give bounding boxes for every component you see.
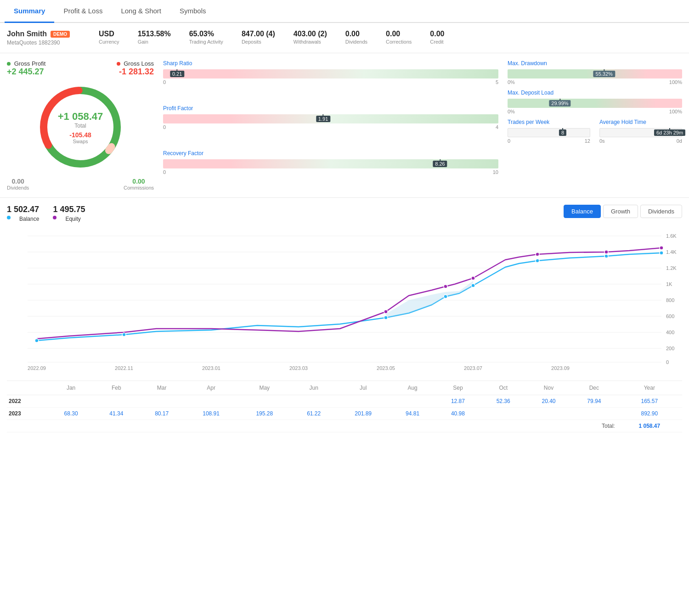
dividends-value: 0.00 — [7, 178, 29, 185]
svg-point-40 — [471, 276, 475, 280]
main-content: Gross Profit +2 445.27 Gross Loss -1 281… — [0, 53, 689, 198]
stat-trading-activity: 65.03% Trading Activity — [189, 30, 223, 45]
max-deposit-load-marker: 29.99% — [560, 99, 582, 108]
tab-long-short[interactable]: Long & Short — [112, 0, 170, 23]
max-deposit-load-title: Max. Deposit Load — [508, 90, 682, 96]
avg-hold-time-title: Average Hold Time — [599, 119, 682, 125]
svg-text:200: 200 — [666, 346, 674, 351]
chart-equity-value: 1 495.75 — [53, 205, 85, 214]
stat-currency-label: Currency — [99, 39, 119, 45]
chart-equity-item: 1 495.75 Equity — [53, 205, 85, 222]
2022-feb — [94, 395, 139, 408]
monthly-table-grid: Jan Feb Mar Apr May Jun Jul Aug Sep Oct … — [7, 381, 682, 432]
svg-marker-29 — [386, 281, 473, 318]
svg-point-33 — [536, 259, 539, 263]
chart-btn-balance[interactable]: Balance — [564, 205, 601, 218]
col-oct: Oct — [480, 381, 526, 395]
stat-credit: 0.00 Credit — [430, 30, 444, 45]
sharp-ratio-min: 0 — [163, 79, 166, 85]
avg-hold-time-max: 0d — [677, 138, 682, 144]
stat-currency: USD Currency — [99, 30, 119, 45]
metric-profit-factor: Profit Factor 1.91 0 4 — [163, 105, 498, 146]
col-sep: Sep — [435, 381, 481, 395]
svg-text:2022.09: 2022.09 — [28, 365, 46, 371]
metric-max-drawdown: Max. Drawdown 55.32% 0% 100% — [508, 60, 682, 85]
equity-dot — [53, 216, 56, 219]
monthly-table: Jan Feb Mar Apr May Jun Jul Aug Sep Oct … — [7, 381, 682, 432]
sharp-ratio-labels: 0 5 — [163, 79, 498, 85]
2023-mar: 80.17 — [139, 408, 185, 420]
stat-trading-activity-label: Trading Activity — [189, 39, 223, 45]
header-stats: John Smith DEMO MetaQuotes 1882390 USD C… — [0, 23, 689, 53]
tab-profit-loss[interactable]: Profit & Loss — [54, 0, 112, 23]
2022-apr — [185, 395, 238, 408]
max-drawdown-labels: 0% 100% — [508, 79, 682, 85]
user-info: John Smith DEMO MetaQuotes 1882390 — [7, 30, 80, 46]
trades-per-week-marker-value: 8 — [559, 129, 566, 136]
stat-withdrawals-value: 403.00 (2) — [294, 30, 327, 38]
trades-container: Trades per Week 8 0 12 Average Hold Time — [508, 119, 682, 144]
max-deposit-load-min: 0% — [508, 109, 515, 114]
donut-section: Gross Profit +2 445.27 Gross Loss -1 281… — [7, 60, 154, 190]
metric-trades-per-week: Trades per Week 8 0 12 — [508, 119, 590, 144]
svg-text:0: 0 — [666, 359, 669, 365]
stat-withdrawals: 403.00 (2) Withdrawals — [294, 30, 327, 45]
recovery-factor-marker-value: 8.26 — [433, 161, 447, 167]
col-may: May — [238, 381, 291, 395]
donut-labels: Gross Profit +2 445.27 Gross Loss -1 281… — [7, 60, 154, 77]
stat-deposits-label: Deposits — [242, 39, 275, 45]
user-name: John Smith DEMO — [7, 30, 80, 38]
profit-factor-marker-value: 1.91 — [316, 116, 330, 122]
2022-mar — [139, 395, 185, 408]
2022-dec: 79.94 — [571, 395, 617, 408]
trades-per-week-title: Trades per Week — [508, 119, 590, 125]
2023-year: 892.90 — [617, 408, 682, 420]
max-drawdown-title: Max. Drawdown — [508, 60, 682, 67]
max-deposit-load-marker-value: 29.99% — [549, 100, 570, 106]
stat-corrections-label: Corrections — [386, 39, 412, 45]
donut-center: +1 058.47 Total -105.48 Swaps — [58, 111, 103, 144]
max-drawdown-bar: 55.32% — [508, 69, 682, 78]
donut-swaps-value: -105.48 — [58, 131, 103, 139]
2023-nov — [526, 408, 571, 420]
recovery-factor-min: 0 — [163, 169, 166, 175]
chart-btn-dividends[interactable]: Dividends — [640, 205, 682, 218]
avg-hold-time-min: 0s — [599, 138, 605, 144]
svg-text:1K: 1K — [666, 281, 672, 287]
max-drawdown-min: 0% — [508, 79, 515, 85]
col-jul: Jul — [337, 381, 390, 395]
chart-header: 1 502.47 Balance 1 495.75 Equity Balance… — [7, 205, 682, 222]
tab-symbols[interactable]: Symbols — [170, 0, 215, 23]
stat-trading-activity-value: 65.03% — [189, 30, 223, 38]
max-deposit-load-max: 100% — [669, 109, 682, 114]
year-2023: 2023 — [7, 408, 48, 420]
profit-factor-min: 0 — [163, 124, 166, 130]
col-feb: Feb — [94, 381, 139, 395]
stat-credit-label: Credit — [430, 39, 444, 45]
stat-gain-label: Gain — [138, 39, 171, 45]
2022-aug — [390, 395, 435, 408]
commissions-value: 0.00 — [124, 178, 154, 185]
demo-badge: DEMO — [51, 31, 70, 38]
recovery-factor-marker: 8.26 — [440, 159, 454, 168]
2023-sep: 40.98 — [435, 408, 481, 420]
gross-profit-value: +2 445.27 — [7, 67, 45, 77]
svg-text:2023.05: 2023.05 — [377, 365, 395, 371]
svg-text:1.6K: 1.6K — [666, 233, 677, 239]
tab-summary[interactable]: Summary — [5, 0, 54, 23]
stat-gain: 1513.58% Gain — [138, 30, 171, 45]
metric-sharp-ratio: Sharp Ratio 0.21 0 5 — [163, 60, 498, 101]
2022-jan — [48, 395, 94, 408]
2022-sep: 12.87 — [435, 395, 481, 408]
svg-point-35 — [660, 251, 663, 255]
profit-factor-marker: 1.91 — [323, 114, 338, 123]
col-jan: Jan — [48, 381, 94, 395]
right-metrics: Max. Drawdown 55.32% 0% 100% Max. Deposi… — [508, 60, 682, 190]
table-total-row: Total: 1 058.47 — [7, 420, 682, 432]
user-meta: MetaQuotes 1882390 — [7, 39, 80, 46]
stat-dividends-value: 0.00 — [345, 30, 367, 38]
svg-point-36 — [35, 339, 39, 342]
col-dec: Dec — [571, 381, 617, 395]
2022-jun — [291, 395, 337, 408]
chart-btn-growth[interactable]: Growth — [603, 205, 638, 218]
